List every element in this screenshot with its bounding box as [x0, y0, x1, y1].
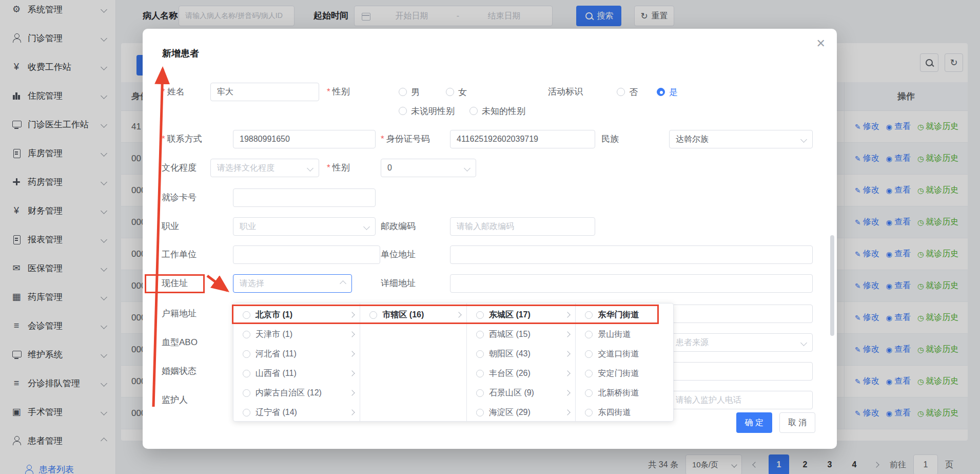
- option-label: 辽宁省 (14): [256, 407, 297, 418]
- cascader-option-shijingshan[interactable]: 石景山区 (9): [467, 383, 576, 403]
- guardian-phone-input[interactable]: 请输入监护人电话: [669, 391, 813, 409]
- marital-status-label: 婚姻状态: [162, 362, 197, 381]
- cascader-option-neimenggu[interactable]: 内蒙古自治区 (12): [233, 383, 360, 403]
- id-card-input[interactable]: 411625192602039719: [450, 130, 595, 148]
- option-label: 丰台区 (26): [489, 368, 531, 379]
- gender2-label: *性别: [327, 159, 350, 177]
- cascader-option-donghuamen[interactable]: 东华门街道: [576, 305, 673, 325]
- name-input[interactable]: 牢大: [210, 83, 319, 101]
- radio-label: 女: [458, 86, 467, 98]
- radio-icon: [243, 350, 250, 358]
- cascader-option-beixinqiao[interactable]: 北新桥街道: [576, 383, 673, 403]
- chevron-down-icon: [800, 136, 807, 143]
- radio-active-no[interactable]: 否: [617, 83, 638, 101]
- current-address-cascader-select[interactable]: 请选择: [233, 274, 352, 293]
- occupation-select[interactable]: 职业: [233, 217, 376, 236]
- contact-input[interactable]: 19880991650: [233, 130, 376, 148]
- card-no-input[interactable]: [233, 188, 376, 207]
- cascader-option-tianjin[interactable]: 天津市 (1): [233, 325, 360, 344]
- gender2-select[interactable]: 0: [381, 159, 476, 177]
- radio-icon: [476, 389, 484, 397]
- blood-type-label: 血型ABO: [162, 333, 198, 352]
- cascader-option-beijing[interactable]: 北京市 (1): [233, 305, 360, 325]
- cascader-option-andingmen[interactable]: 安定门街道: [576, 364, 673, 383]
- chevron-down-icon: [464, 165, 471, 172]
- cascader-option-shanxi[interactable]: 山西省 (11): [233, 364, 360, 383]
- postcode-input[interactable]: 请输入邮政编码: [450, 217, 595, 236]
- cascader-option-dongsi[interactable]: 东四街道: [576, 403, 673, 422]
- option-label: 东四街道: [598, 407, 631, 418]
- chevron-right-icon: [565, 331, 571, 337]
- cascader-street-column: 东华门街道 景山街道 交道口街道 安定门街道 北新桥街道 东四街道: [576, 304, 673, 421]
- radio-icon: [399, 88, 407, 96]
- cascader-option-xicheng[interactable]: 西城区 (15): [467, 325, 576, 344]
- option-label: 北京市 (1): [256, 310, 292, 320]
- modal-scrollbar[interactable]: [830, 235, 834, 336]
- option-label: 东城区 (17): [489, 310, 531, 320]
- close-icon[interactable]: ✕: [816, 37, 826, 50]
- radio-male[interactable]: 男: [399, 83, 420, 101]
- name-label: *姓名: [162, 83, 185, 101]
- chevron-right-icon: [565, 312, 571, 317]
- patient-source-select[interactable]: 患者来源: [669, 333, 813, 352]
- patient-source-placeholder: 患者来源: [676, 337, 797, 348]
- radio-icon: [243, 409, 250, 416]
- app-root: ⚙系统管理 门诊管理 ¥收费工作站 住院管理 门诊医生工作站 库房管理 药房管理…: [0, 0, 980, 474]
- cascader-option-chaoyang[interactable]: 朝阳区 (43): [467, 344, 576, 364]
- cascader-option-liaoning[interactable]: 辽宁省 (14): [233, 403, 360, 422]
- radio-icon: [446, 88, 454, 96]
- chevron-right-icon: [565, 370, 571, 376]
- modal-title: 新增患者: [162, 47, 199, 60]
- cancel-button[interactable]: 取 消: [779, 412, 815, 433]
- cascader-district-column: 东城区 (17) 西城区 (15) 朝阳区 (43) 丰台区 (26) 石景山区…: [467, 304, 576, 421]
- radio-gender-unknown[interactable]: 未知的性别: [469, 102, 525, 120]
- radio-active-yes[interactable]: 是: [657, 83, 678, 101]
- cascader-option-jiaodaokou[interactable]: 交道口街道: [576, 344, 673, 364]
- radio-label: 未知的性别: [482, 105, 525, 117]
- detail-address-input[interactable]: [450, 274, 813, 293]
- ethnicity-value: 达斡尔族: [676, 134, 797, 145]
- radio-icon: [585, 389, 593, 397]
- option-label: 市辖区 (16): [382, 310, 424, 320]
- card-no-label: 就诊卡号: [162, 188, 197, 207]
- cascader-option-hebei[interactable]: 河北省 (11): [233, 344, 360, 364]
- ethnicity-select[interactable]: 达斡尔族: [669, 130, 813, 148]
- cascader-option-dongcheng[interactable]: 东城区 (17): [467, 305, 576, 325]
- required-mark: *: [381, 134, 384, 144]
- cascader-option-shixiaqu[interactable]: 市辖区 (16): [360, 305, 466, 325]
- radio-gender-unspecified[interactable]: 未说明性别: [399, 102, 455, 120]
- radio-icon: [617, 88, 625, 96]
- chevron-down-icon: [307, 165, 313, 172]
- marital-right-input[interactable]: [669, 362, 813, 381]
- chevron-right-icon: [349, 390, 355, 395]
- household-right-input[interactable]: [669, 305, 813, 323]
- radio-icon: [585, 370, 593, 377]
- radio-checked-icon: [657, 88, 665, 96]
- education-select[interactable]: 请选择文化程度: [210, 159, 319, 177]
- option-label: 海淀区 (29): [489, 407, 531, 418]
- radio-label: 男: [411, 86, 420, 98]
- cascader-option-fengtai[interactable]: 丰台区 (26): [467, 364, 576, 383]
- radio-icon: [476, 350, 484, 358]
- cascader-option-jingshan[interactable]: 景山街道: [576, 325, 673, 344]
- chevron-right-icon: [565, 390, 571, 395]
- postcode-placeholder: 请输入邮政编码: [457, 221, 589, 232]
- chevron-right-icon: [349, 312, 355, 317]
- radio-icon: [243, 389, 250, 397]
- option-label: 山西省 (11): [256, 368, 297, 379]
- work-unit-input[interactable]: [233, 245, 380, 264]
- cascader-option-haidian[interactable]: 海淀区 (29): [467, 403, 576, 422]
- chevron-up-icon: [340, 280, 346, 287]
- chevron-right-icon: [349, 409, 355, 415]
- current-address-label: 现住址: [162, 274, 188, 293]
- radio-icon: [585, 350, 593, 358]
- radio-female[interactable]: 女: [446, 83, 467, 101]
- option-label: 北新桥街道: [598, 388, 639, 399]
- unit-address-input[interactable]: [450, 245, 813, 264]
- contact-label: *联系方式: [162, 130, 202, 148]
- option-label: 东华门街道: [598, 310, 639, 320]
- confirm-button[interactable]: 确 定: [736, 412, 772, 433]
- option-label: 河北省 (11): [256, 349, 297, 359]
- radio-icon: [476, 311, 484, 319]
- required-mark: *: [162, 134, 165, 144]
